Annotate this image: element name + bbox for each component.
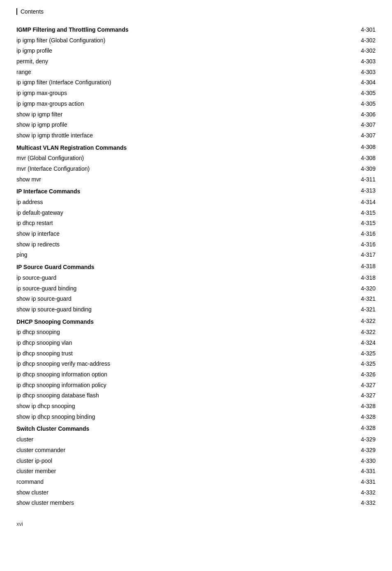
toc-page: 4-326 <box>313 369 376 380</box>
toc-row: Switch Cluster Commands4-328 <box>16 422 376 434</box>
toc-label: ip igmp max-groups <box>16 88 313 99</box>
toc-page: 4-322 <box>313 327 376 338</box>
toc-page: 4-305 <box>313 88 376 99</box>
toc-page: 4-316 <box>313 229 376 239</box>
toc-page: 4-327 <box>313 390 376 401</box>
toc-page: 4-321 <box>313 294 376 304</box>
toc-label: show ip source-guard <box>16 294 313 304</box>
toc-row: range4-303 <box>16 67 376 78</box>
toc-label: show ip redirects <box>16 239 313 250</box>
toc-label: show ip igmp profile <box>16 120 313 130</box>
toc-row: ip address4-314 <box>16 197 376 208</box>
toc-row: Multicast VLAN Registration Commands4-30… <box>16 141 376 153</box>
toc-label: IP Source Guard Commands <box>16 260 313 273</box>
toc-page: 4-302 <box>313 46 376 56</box>
toc-label: ip dhcp snooping database flash <box>16 390 313 401</box>
toc-page: 4-308 <box>313 153 376 164</box>
toc-page: 4-332 <box>313 498 376 508</box>
toc-label: ip address <box>16 197 313 208</box>
toc-page: 4-328 <box>313 412 376 422</box>
toc-row: ip igmp filter (Interface Configuration)… <box>16 77 376 88</box>
toc-label: show ip dhcp snooping binding <box>16 412 313 422</box>
toc-row: show ip igmp throttle interface4-307 <box>16 130 376 141</box>
toc-label: mvr (Interface Configuration) <box>16 164 313 174</box>
toc-label: Switch Cluster Commands <box>16 422 313 434</box>
toc-label: ip igmp profile <box>16 46 313 56</box>
toc-page: 4-305 <box>313 99 376 109</box>
toc-page: 4-309 <box>313 164 376 174</box>
toc-label: ip dhcp snooping information policy <box>16 380 313 391</box>
toc-page: 4-316 <box>313 239 376 250</box>
toc-page: 4-331 <box>313 466 376 477</box>
toc-row: ip dhcp snooping verify mac-address4-325 <box>16 359 376 369</box>
toc-label: ip dhcp snooping information option <box>16 369 313 380</box>
toc-row: cluster4-329 <box>16 434 376 445</box>
toc-page: 4-314 <box>313 197 376 208</box>
toc-label: permit, deny <box>16 56 313 67</box>
toc-page: 4-303 <box>313 56 376 67</box>
toc-page: 4-303 <box>313 67 376 78</box>
toc-label: cluster member <box>16 466 313 477</box>
toc-page: 4-329 <box>313 434 376 445</box>
toc-label: cluster commander <box>16 445 313 456</box>
toc-row: show ip redirects4-316 <box>16 239 376 250</box>
toc-row: rcommand4-331 <box>16 477 376 487</box>
toc-page: 4-325 <box>313 359 376 369</box>
toc-row: permit, deny4-303 <box>16 56 376 67</box>
toc-label: ip default-gateway <box>16 208 313 218</box>
page-number: xvi <box>16 521 23 527</box>
toc-row: ip source-guard binding4-320 <box>16 283 376 294</box>
toc-page: 4-308 <box>313 141 376 153</box>
toc-row: mvr (Global Configuration)4-308 <box>16 153 376 164</box>
toc-page: 4-306 <box>313 109 376 120</box>
toc-label: IP Interface Commands <box>16 185 313 197</box>
toc-page: 4-320 <box>313 283 376 294</box>
toc-label: ip dhcp snooping <box>16 327 313 338</box>
toc-label: ping <box>16 250 313 260</box>
toc-page: 4-315 <box>313 218 376 229</box>
toc-row: show ip igmp profile4-307 <box>16 120 376 130</box>
toc-label: show ip source-guard binding <box>16 304 313 315</box>
toc-label: range <box>16 67 313 78</box>
toc-row: show ip source-guard4-321 <box>16 294 376 304</box>
toc-page: 4-302 <box>313 35 376 46</box>
toc-label: ip dhcp snooping verify mac-address <box>16 359 313 369</box>
toc-row: DHCP Snooping Commands4-322 <box>16 315 376 327</box>
toc-row: ip default-gateway4-315 <box>16 208 376 218</box>
toc-page: 4-315 <box>313 208 376 218</box>
toc-row: IGMP Filtering and Throttling Commands4-… <box>16 25 376 35</box>
toc-row: ip igmp filter (Global Configuration)4-3… <box>16 35 376 46</box>
toc-label: Multicast VLAN Registration Commands <box>16 141 313 153</box>
toc-row: ip dhcp restart4-315 <box>16 218 376 229</box>
toc-row: show ip source-guard binding4-321 <box>16 304 376 315</box>
toc-label: show ip dhcp snooping <box>16 401 313 412</box>
toc-label: rcommand <box>16 477 313 487</box>
header: Contents <box>16 8 376 15</box>
toc-page: 4-307 <box>313 120 376 130</box>
toc-row: show cluster4-332 <box>16 487 376 498</box>
toc-page: 4-331 <box>313 477 376 487</box>
toc-page: 4-332 <box>313 487 376 498</box>
toc-label: ip igmp filter (Global Configuration) <box>16 35 313 46</box>
toc-row: IP Source Guard Commands4-318 <box>16 260 376 273</box>
toc-row: ip igmp max-groups action4-305 <box>16 99 376 109</box>
toc-row: show mvr4-311 <box>16 174 376 185</box>
toc-page: 4-330 <box>313 456 376 467</box>
toc-row: ip igmp profile4-302 <box>16 46 376 56</box>
toc-row: ip source-guard4-318 <box>16 273 376 283</box>
toc-row: show ip igmp filter4-306 <box>16 109 376 120</box>
toc-page: 4-301 <box>313 25 376 35</box>
toc-page: 4-318 <box>313 260 376 273</box>
toc-label: ip dhcp snooping trust <box>16 348 313 359</box>
toc-page: 4-327 <box>313 380 376 391</box>
toc-row: ip dhcp snooping information policy4-327 <box>16 380 376 391</box>
toc-row: cluster commander4-329 <box>16 445 376 456</box>
toc-page: 4-307 <box>313 130 376 141</box>
toc-page: 4-329 <box>313 445 376 456</box>
toc-row: ip dhcp snooping vlan4-324 <box>16 338 376 348</box>
toc-label: show ip interface <box>16 229 313 239</box>
toc-label: cluster <box>16 434 313 445</box>
toc-row: mvr (Interface Configuration)4-309 <box>16 164 376 174</box>
toc-label: ip igmp max-groups action <box>16 99 313 109</box>
toc-page: 4-321 <box>313 304 376 315</box>
